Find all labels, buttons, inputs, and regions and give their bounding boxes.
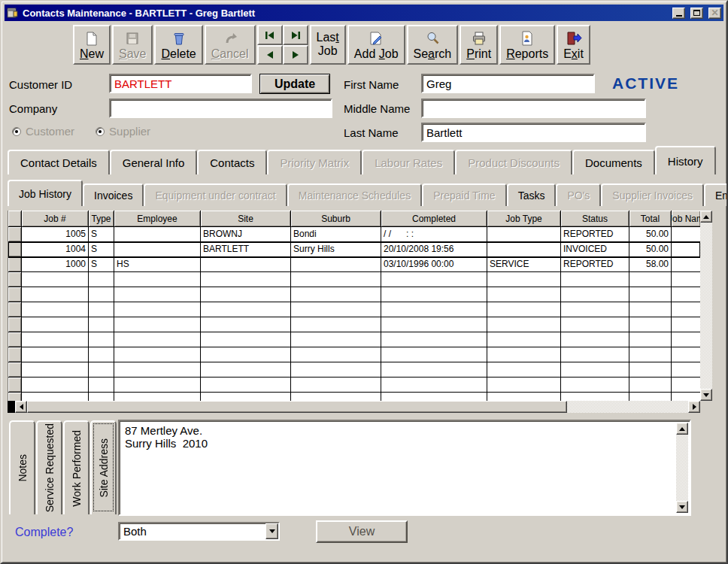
grid-cell[interactable] — [291, 332, 381, 347]
grid-cell[interactable]: BROWNJ — [201, 227, 291, 242]
grid-cell[interactable] — [487, 242, 561, 257]
grid-cell[interactable] — [487, 362, 561, 378]
grid-cell[interactable]: S — [89, 227, 114, 242]
table-row[interactable] — [8, 362, 700, 378]
row-selector[interactable] — [8, 227, 22, 242]
subtab-emails[interactable]: Emails — [704, 183, 728, 206]
grid-cell[interactable] — [22, 317, 89, 332]
exit-button[interactable]: Exit — [557, 25, 590, 65]
grid-cell[interactable] — [291, 257, 381, 272]
grid-cell[interactable] — [561, 317, 629, 332]
grid-cell[interactable] — [672, 317, 700, 332]
vtab-notes[interactable]: Notes — [9, 420, 35, 514]
grid-cell[interactable] — [487, 287, 561, 302]
view-button[interactable]: View — [316, 520, 408, 543]
grid-cell[interactable] — [381, 272, 487, 287]
first-name-field[interactable] — [421, 74, 595, 93]
customer-id-field[interactable] — [109, 74, 252, 93]
grid-cell[interactable] — [487, 347, 561, 362]
grid-cell[interactable]: 1004 — [22, 242, 89, 257]
row-selector[interactable] — [8, 302, 22, 317]
grid-cell[interactable] — [381, 362, 487, 378]
table-row[interactable] — [8, 302, 700, 317]
grid-cell[interactable] — [89, 378, 114, 393]
grid-cell[interactable] — [561, 393, 629, 401]
grid-cell[interactable] — [201, 393, 291, 401]
grid-cell[interactable]: 50.00 — [629, 242, 672, 257]
update-button[interactable]: Update — [259, 74, 330, 94]
grid-cell[interactable] — [672, 227, 700, 242]
grid-cell[interactable] — [629, 287, 672, 302]
tab-contacts[interactable]: Contacts — [197, 150, 267, 174]
column-header-suburb[interactable]: Suburb — [291, 211, 381, 227]
grid-cell[interactable] — [381, 393, 487, 401]
grid-cell[interactable] — [201, 272, 291, 287]
grid-cell[interactable]: 1000 — [22, 257, 89, 272]
grid-cell[interactable] — [381, 332, 487, 347]
grid-vertical-scrollbar[interactable] — [700, 211, 712, 401]
grid-cell[interactable] — [629, 362, 672, 378]
grid-cell[interactable] — [22, 302, 89, 317]
grid-cell[interactable] — [487, 272, 561, 287]
next-record-button[interactable] — [283, 45, 308, 65]
vtab-site-address[interactable]: Site Address — [90, 420, 117, 514]
grid-cell[interactable]: 1005 — [22, 227, 89, 242]
grid-cell[interactable] — [561, 347, 629, 362]
grid-cell[interactable] — [201, 347, 291, 362]
first-record-button[interactable] — [257, 25, 283, 45]
grid-cell[interactable] — [381, 287, 487, 302]
grid-cell[interactable] — [672, 347, 700, 362]
grid-cell[interactable] — [291, 347, 381, 362]
vtab-service-requested[interactable]: Service Requested — [36, 420, 62, 514]
grid-cell[interactable] — [672, 257, 700, 272]
scroll-right-icon[interactable] — [688, 401, 700, 413]
grid-cell[interactable] — [381, 317, 487, 332]
last-record-button[interactable] — [283, 25, 308, 45]
grid-cell[interactable] — [89, 393, 114, 401]
grid-cell[interactable]: Bondi — [291, 227, 381, 242]
grid-cell[interactable] — [114, 362, 201, 378]
grid-cell[interactable] — [487, 393, 561, 401]
scroll-down-icon[interactable] — [700, 389, 712, 401]
table-row[interactable] — [8, 332, 700, 347]
grid-cell[interactable] — [22, 287, 89, 302]
grid-cell[interactable] — [22, 378, 89, 393]
grid-cell[interactable] — [381, 347, 487, 362]
grid-cell[interactable] — [561, 272, 629, 287]
grid-cell[interactable] — [629, 317, 672, 332]
grid-cell[interactable] — [561, 287, 629, 302]
chevron-down-icon[interactable] — [265, 523, 278, 539]
grid-cell[interactable] — [561, 332, 629, 347]
grid-cell[interactable] — [672, 287, 700, 302]
grid-cell[interactable]: 03/10/1996 00:00 — [381, 257, 487, 272]
grid-cell[interactable] — [114, 227, 201, 242]
grid-cell[interactable] — [629, 332, 672, 347]
grid-cell[interactable] — [22, 332, 89, 347]
grid-cell[interactable] — [381, 302, 487, 317]
row-selector[interactable] — [8, 347, 22, 362]
grid-cell[interactable]: INVOICED — [561, 242, 629, 257]
row-selector[interactable] — [8, 242, 22, 257]
grid-cell[interactable] — [487, 317, 561, 332]
column-header-status[interactable]: Status — [561, 211, 629, 227]
scroll-up-icon[interactable] — [700, 211, 712, 223]
grid-cell[interactable] — [381, 378, 487, 393]
grid-cell[interactable] — [561, 378, 629, 393]
column-header-job-nam[interactable]: Job Nam — [672, 211, 700, 227]
grid-cell[interactable] — [114, 242, 201, 257]
tab-documents[interactable]: Documents — [572, 150, 655, 174]
add-job-button[interactable]: Add Job — [347, 25, 405, 65]
reports-button[interactable]: Reports — [499, 25, 555, 65]
site-address-text[interactable]: 87 Mertley Ave. Surry Hills 2010 — [121, 423, 676, 513]
new-button[interactable]: New — [73, 25, 111, 65]
subtab-job-history[interactable]: Job History — [8, 180, 83, 206]
table-row[interactable]: 1005SBROWNJBondi/ / : :REPORTED50.00 — [8, 227, 700, 242]
grid-cell[interactable] — [672, 332, 700, 347]
row-selector[interactable] — [8, 378, 22, 393]
grid-cell[interactable]: HS — [114, 257, 201, 272]
grid-cell[interactable] — [89, 272, 114, 287]
grid-cell[interactable] — [672, 393, 700, 401]
grid-cell[interactable] — [89, 317, 114, 332]
grid-cell[interactable] — [114, 317, 201, 332]
table-row[interactable]: 1000SHS03/10/1996 00:00SERVICEREPORTED58… — [8, 257, 700, 272]
